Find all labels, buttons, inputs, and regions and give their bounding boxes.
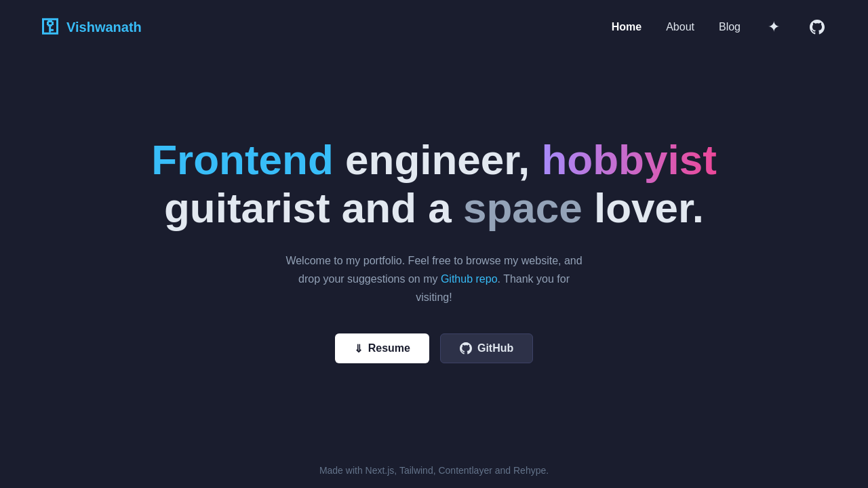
nav-blog[interactable]: Blog (719, 21, 741, 33)
resume-button[interactable]: ⇓ Resume (335, 333, 429, 363)
footer-text: Made with Next.js, Tailwind, Contentlaye… (319, 465, 549, 476)
github-button[interactable]: GitHub (440, 333, 533, 363)
word-hobbyist: hobbyist (541, 136, 716, 183)
word-engineer: engineer, (334, 136, 542, 183)
logo-text: Vishwanath (66, 20, 142, 35)
sun-icon: ✦ (768, 18, 780, 36)
word-and-a: and a (330, 184, 463, 231)
word-guitarist: guitarist (164, 184, 330, 231)
resume-button-label: Resume (368, 342, 410, 354)
hero-buttons: ⇓ Resume GitHub (335, 333, 534, 363)
github-nav-button[interactable] (807, 17, 827, 37)
download-icon: ⇓ (354, 342, 363, 355)
theme-toggle-button[interactable]: ✦ (765, 16, 783, 39)
hero-heading: Frontend engineer, hobbyist guitarist an… (151, 136, 717, 232)
word-frontend: Frontend (151, 136, 334, 183)
logo-area[interactable]: ⚿ Vishwanath (41, 18, 142, 37)
nav-home[interactable]: Home (612, 21, 642, 33)
github-button-icon (460, 342, 472, 354)
word-lover: lover. (583, 184, 704, 231)
nav-about[interactable]: About (666, 21, 694, 33)
footer: Made with Next.js, Tailwind, Contentlaye… (0, 453, 868, 488)
navbar: ⚿ Vishwanath Home About Blog ✦ (0, 0, 868, 54)
nav-links: Home About Blog ✦ (612, 16, 827, 39)
github-button-label: GitHub (477, 342, 513, 354)
hero-section: Frontend engineer, hobbyist guitarist an… (0, 54, 868, 363)
hero-description: Welcome to my portfolio. Feel free to br… (285, 251, 583, 307)
github-repo-link[interactable]: Github repo (441, 273, 498, 285)
github-nav-icon (810, 20, 825, 35)
word-space: space (463, 184, 583, 231)
logo-icon: ⚿ (41, 18, 60, 37)
